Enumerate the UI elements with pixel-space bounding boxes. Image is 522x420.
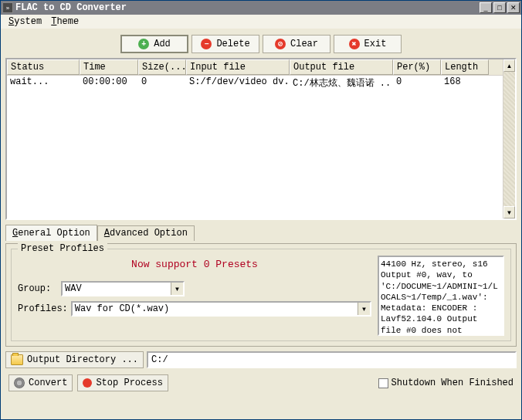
maximize-button[interactable]: □: [493, 2, 506, 13]
folder-icon: [11, 354, 23, 365]
clear-button[interactable]: ⊘Clear: [263, 35, 330, 53]
group-value: WAV: [63, 283, 171, 295]
option-tabs: General Option Advanced Option: [5, 225, 517, 241]
cell-output: C:/林志炫、魏语诺 ...: [290, 76, 393, 90]
stop-icon: [83, 378, 92, 388]
cell-length: 168: [441, 76, 489, 90]
output-dir-row: Output Directory ... C:/: [5, 350, 517, 370]
cell-input: S:/f/dev/video dv...: [186, 76, 290, 90]
exit-button[interactable]: ✖Exit: [334, 35, 402, 53]
tab-advanced[interactable]: Advanced Option: [97, 225, 195, 241]
toolbar: +Add −Delete ⊘Clear ✖Exit: [5, 33, 517, 55]
col-per[interactable]: Per(%): [393, 59, 441, 75]
profiles-value: Wav for CD(*.wav): [73, 303, 358, 315]
menubar: System Theme: [1, 15, 521, 29]
app-window: » FLAC to CD Converter _ □ ✕ System Them…: [0, 0, 522, 420]
chevron-down-icon[interactable]: ▼: [358, 303, 370, 315]
col-status[interactable]: Status: [7, 59, 80, 75]
plus-icon: +: [138, 39, 149, 49]
scroll-down-icon[interactable]: ▼: [503, 206, 515, 218]
cell-time: 00:00:00: [80, 76, 138, 90]
preset-legend: Preset Profiles: [18, 243, 107, 254]
profiles-label: Profiles:: [18, 303, 68, 314]
output-directory-button[interactable]: Output Directory ...: [5, 351, 144, 368]
preset-support-text: Now support 0 Presets: [18, 256, 371, 281]
action-row: Convert Stop Process Shutdown When Finis…: [5, 373, 517, 393]
chevron-down-icon[interactable]: ▼: [171, 283, 183, 295]
col-output[interactable]: Output file: [290, 59, 393, 75]
gear-icon: [14, 378, 25, 388]
list-body[interactable]: wait... 00:00:00 0 S:/f/dev/video dv... …: [7, 76, 515, 218]
cell-status: wait...: [7, 76, 80, 90]
log-output: 44100 Hz, stereo, s16 Output #0, wav, to…: [378, 256, 504, 336]
group-label: Group:: [18, 283, 58, 294]
cell-size: 0: [138, 76, 186, 90]
tab-general[interactable]: General Option: [5, 225, 97, 241]
menu-system[interactable]: System: [4, 15, 46, 28]
list-scrollbar[interactable]: ▲ ▼: [503, 59, 515, 218]
group-combo[interactable]: WAV ▼: [61, 281, 185, 296]
content-area: +Add −Delete ⊘Clear ✖Exit Status Time Si…: [1, 29, 521, 419]
delete-button[interactable]: −Delete: [192, 35, 259, 53]
list-header: Status Time Size(... Input file Output f…: [7, 59, 515, 76]
col-time[interactable]: Time: [80, 59, 138, 75]
profiles-combo[interactable]: Wav for CD(*.wav) ▼: [71, 301, 371, 317]
app-icon: »: [2, 2, 13, 13]
titlebar: » FLAC to CD Converter _ □ ✕: [1, 1, 521, 15]
col-size[interactable]: Size(...: [138, 59, 186, 75]
close-button[interactable]: ✕: [507, 2, 520, 13]
col-length[interactable]: Length: [441, 59, 489, 75]
shutdown-checkbox[interactable]: Shutdown When Finished: [378, 378, 514, 388]
menu-theme[interactable]: Theme: [46, 15, 83, 28]
col-input[interactable]: Input file: [186, 59, 290, 75]
minimize-button[interactable]: _: [480, 2, 492, 13]
stop-button[interactable]: Stop Process: [77, 374, 168, 391]
tab-panel: Preset Profiles Now support 0 Presets Gr…: [5, 243, 517, 347]
exit-icon: ✖: [349, 39, 360, 49]
minus-icon: −: [201, 39, 212, 49]
add-button[interactable]: +Add: [120, 35, 188, 53]
scroll-up-icon[interactable]: ▲: [503, 59, 515, 72]
convert-button[interactable]: Convert: [8, 374, 73, 391]
scroll-track[interactable]: [503, 72, 515, 206]
preset-fieldset: Preset Profiles Now support 0 Presets Gr…: [11, 249, 511, 341]
table-row[interactable]: wait... 00:00:00 0 S:/f/dev/video dv... …: [7, 76, 515, 90]
window-title: FLAC to CD Converter: [15, 2, 478, 13]
output-directory-value[interactable]: C:/: [147, 351, 517, 368]
cell-per: 0: [393, 76, 441, 90]
checkbox-icon: [378, 378, 388, 388]
clear-icon: ⊘: [275, 39, 286, 49]
file-list: Status Time Size(... Input file Output f…: [5, 58, 517, 220]
